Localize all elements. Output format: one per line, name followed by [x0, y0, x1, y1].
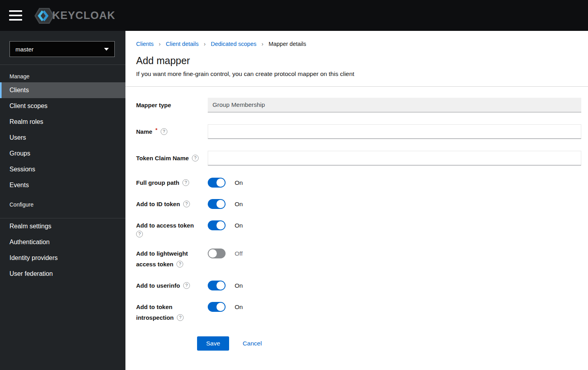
form-actions: Save Cancel: [197, 336, 588, 351]
field-control-full-group-path: On: [208, 177, 581, 188]
help-icon[interactable]: ?: [177, 314, 184, 321]
keycloak-brand[interactable]: KEYCLOAK: [34, 5, 116, 26]
save-button[interactable]: Save: [197, 336, 229, 351]
toggle-state-label: On: [235, 179, 243, 186]
field-label-full-group-path: Full group path?: [136, 177, 208, 188]
toggle-state-label: Off: [235, 250, 243, 257]
sidebar-item-client-scopes[interactable]: Client scopes: [0, 98, 125, 114]
form-row-add-to-access-token: Add to access token?On: [136, 220, 581, 237]
add-to-access-token-toggle[interactable]: [208, 220, 226, 230]
breadcrumb-item-dedicated-scopes[interactable]: Dedicated scopes: [211, 41, 256, 47]
field-control-name: [208, 124, 581, 139]
sidebar-item-authentication[interactable]: Authentication: [0, 234, 125, 250]
brand-text: KEYCLOAK: [52, 9, 116, 22]
help-icon[interactable]: ?: [176, 261, 183, 268]
help-icon[interactable]: ?: [183, 201, 190, 207]
token-claim-name-input[interactable]: [208, 151, 581, 165]
field-label-text: Add to token: [136, 302, 173, 312]
sidebar-item-identity-providers[interactable]: Identity providers: [0, 250, 125, 266]
toggle-state-label: On: [235, 222, 243, 229]
field-label-token-claim-name: Token Claim Name?: [136, 153, 208, 163]
realm-selector[interactable]: master: [9, 41, 115, 57]
sidebar-item-events[interactable]: Events: [0, 177, 125, 193]
field-label-text: Add to userinfo: [136, 280, 180, 291]
form-row-add-to-lightweight-access-token: Add to lightweightaccess token?Off: [136, 248, 581, 269]
add-to-lightweight-access-token-toggle[interactable]: [208, 249, 226, 258]
nav-section-label: Configure: [0, 193, 125, 211]
nav-section-label: Manage: [0, 65, 125, 82]
field-label-text: access token: [136, 259, 173, 269]
keycloak-logo-icon: [34, 5, 55, 26]
help-icon[interactable]: ?: [161, 128, 167, 135]
toggle-knob: [209, 249, 217, 258]
field-control-add-to-id-token: On: [208, 199, 581, 209]
field-label-add-to-userinfo: Add to userinfo?: [136, 280, 208, 291]
page-subtitle: If you want more fine-grain control, you…: [136, 70, 588, 78]
field-control-add-to-lightweight-access-token: Off: [208, 248, 581, 258]
help-icon[interactable]: ?: [183, 282, 190, 289]
sidebar-item-user-federation[interactable]: User federation: [0, 266, 125, 282]
form-row-token-claim-name: Token Claim Name?: [136, 151, 581, 165]
breadcrumb-separator-icon: ›: [262, 41, 264, 47]
field-control-add-to-access-token: On: [208, 220, 581, 230]
main-content: Clients›Client details›Dedicated scopes›…: [125, 31, 588, 370]
help-icon[interactable]: ?: [136, 231, 143, 237]
breadcrumb-item-clients[interactable]: Clients: [136, 41, 154, 47]
chevron-down-icon: [104, 48, 109, 51]
form-row-full-group-path: Full group path?On: [136, 177, 581, 188]
field-label-add-to-lightweight-access-token: Add to lightweightaccess token?: [136, 248, 208, 269]
form-row-mapper-type: Mapper typeGroup Membership: [136, 98, 581, 112]
sidebar-item-clients[interactable]: Clients: [0, 82, 125, 98]
mapper-form: Mapper typeGroup MembershipName*?Token C…: [125, 87, 588, 323]
sidebar-item-realm-roles[interactable]: Realm roles: [0, 114, 125, 130]
toggle-state-label: On: [235, 201, 243, 208]
field-control-add-to-userinfo: On: [208, 280, 581, 290]
cancel-link[interactable]: Cancel: [243, 340, 262, 347]
hamburger-icon: [9, 10, 22, 12]
field-label-text: Token Claim Name: [136, 153, 189, 163]
sidebar-item-users[interactable]: Users: [0, 130, 125, 146]
nav-section-configure: ConfigureRealm settingsAuthenticationIde…: [0, 193, 125, 282]
form-row-name: Name*?: [136, 124, 581, 139]
sidebar: master ManageClientsClient scopesRealm r…: [0, 31, 125, 370]
field-label-text: introspection: [136, 312, 174, 323]
nav-section-manage: ManageClientsClient scopesRealm rolesUse…: [0, 65, 125, 193]
add-to-id-token-toggle[interactable]: [208, 199, 226, 209]
page-title: Add mapper: [136, 55, 588, 66]
field-label-text: Mapper type: [136, 100, 171, 110]
sidebar-item-groups[interactable]: Groups: [0, 146, 125, 161]
masthead: KEYCLOAK: [0, 0, 588, 31]
field-label-add-to-token-introspection: Add to tokenintrospection?: [136, 302, 208, 323]
breadcrumb-item-client-details[interactable]: Client details: [166, 41, 199, 47]
sidebar-item-realm-settings[interactable]: Realm settings: [0, 218, 125, 234]
form-row-add-to-token-introspection: Add to tokenintrospection?On: [136, 302, 581, 323]
field-label-text: Add to lightweight: [136, 248, 188, 259]
help-icon[interactable]: ?: [192, 155, 199, 161]
realm-selector-value: master: [15, 46, 34, 53]
nav-toggle-button[interactable]: [8, 8, 23, 23]
toggle-state-label: On: [235, 304, 243, 311]
required-indicator: *: [156, 125, 157, 135]
breadcrumb-separator-icon: ›: [159, 41, 161, 47]
toggle-knob: [216, 221, 225, 230]
full-group-path-toggle[interactable]: [208, 178, 226, 188]
toggle-knob: [216, 303, 225, 311]
field-label-mapper-type: Mapper type: [136, 100, 208, 110]
form-row-add-to-userinfo: Add to userinfo?On: [136, 280, 581, 291]
add-to-token-introspection-toggle[interactable]: [208, 302, 226, 312]
field-control-add-to-token-introspection: On: [208, 302, 581, 312]
add-to-userinfo-toggle[interactable]: [208, 281, 226, 290]
field-label-add-to-access-token: Add to access token?: [136, 220, 208, 237]
toggle-state-label: On: [235, 282, 243, 289]
breadcrumb: Clients›Client details›Dedicated scopes›…: [125, 31, 588, 47]
help-icon[interactable]: ?: [182, 179, 189, 186]
field-label-text: Add to ID token: [136, 199, 180, 209]
field-label-name: Name*?: [136, 126, 208, 137]
sidebar-nav: ManageClientsClient scopesRealm rolesUse…: [0, 65, 125, 282]
field-label-text: Add to access token: [136, 220, 194, 231]
sidebar-item-sessions[interactable]: Sessions: [0, 161, 125, 177]
breadcrumb-separator-icon: ›: [204, 41, 206, 47]
toggle-knob: [216, 200, 225, 208]
toggle-knob: [216, 178, 225, 187]
name-input[interactable]: [208, 124, 581, 139]
